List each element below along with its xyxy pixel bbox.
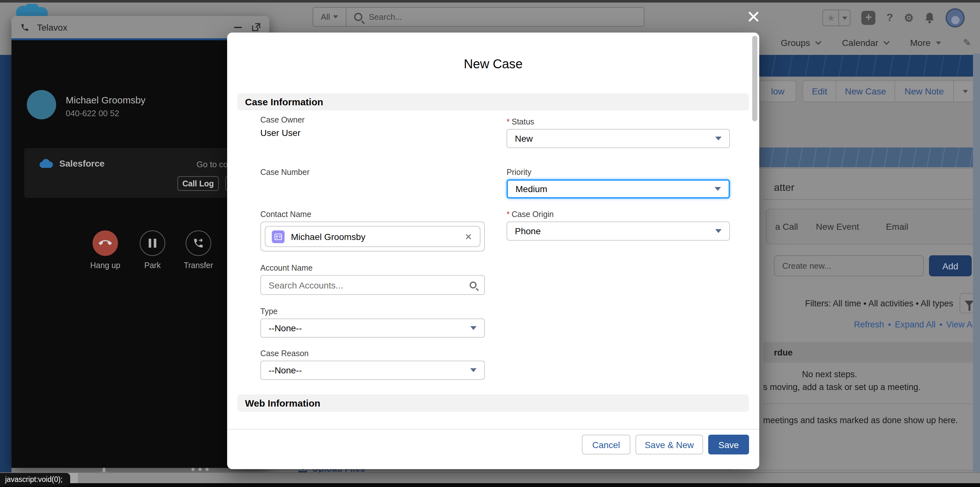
tab-new-event[interactable]: New Event (816, 221, 859, 232)
view-all-link[interactable]: View All (946, 320, 976, 329)
call-log-button[interactable]: Call Log (177, 176, 219, 191)
priority-label: Priority (507, 168, 531, 177)
contact-name-label: Contact Name (260, 210, 311, 219)
setup-gear-icon[interactable]: ⚙ (904, 11, 914, 25)
divider (763, 199, 978, 200)
divider (230, 470, 759, 470)
case-owner-label: Case Owner (260, 116, 305, 124)
expand-all-link[interactable]: Expand All (895, 320, 935, 329)
create-new-placeholder: Create new... (782, 261, 831, 271)
contact-name-combobox[interactable]: Michael Groomsby ✕ (260, 221, 485, 251)
header-actions: ★ + ? ⚙ (823, 8, 965, 27)
caller-avatar (27, 90, 56, 119)
quick-create-button[interactable]: + (862, 11, 876, 25)
create-new-input[interactable]: Create new... (774, 255, 924, 276)
contact-pill-name: Michael Groomsby (291, 231, 365, 242)
chevron-down-icon (333, 15, 338, 19)
case-origin-label: *Case Origin (507, 210, 554, 219)
utility-bar (0, 472, 980, 483)
status-url-tooltip: javascript:void(0); (0, 473, 70, 486)
edit-button[interactable]: Edit (803, 80, 836, 102)
overdue-section-header[interactable]: rdue (763, 342, 974, 363)
search-icon (354, 13, 363, 21)
account-search-input[interactable]: Search Accounts... (260, 275, 485, 295)
tab-groups[interactable]: Groups (781, 38, 821, 48)
telavox-title: Telavox (37, 22, 67, 32)
edit-nav-pencil-icon[interactable]: ✎ (963, 37, 971, 48)
transfer-button[interactable] (186, 231, 211, 256)
account-name-label: Account Name (260, 264, 313, 272)
past-activity-text: meetings and tasks marked as done show u… (763, 415, 958, 425)
minimize-icon[interactable] (234, 27, 242, 28)
follow-button[interactable]: low (759, 80, 796, 102)
global-search[interactable]: All Search... (313, 7, 644, 27)
status-label: *Status (507, 118, 535, 126)
transfer-label: Transfer (173, 261, 224, 270)
object-tabs: Groups Calendar More ✎ (781, 37, 971, 48)
record-action-group: Edit New Case New Note (803, 80, 977, 102)
popout-icon[interactable] (252, 23, 260, 31)
contact-icon (272, 230, 285, 243)
hang-up-button[interactable] (92, 231, 118, 256)
tab-log-a-call[interactable]: a Call (775, 221, 798, 232)
save-and-new-button[interactable]: Save & New (635, 434, 703, 454)
case-reason-select[interactable]: --None-- (260, 361, 485, 380)
cancel-button[interactable]: Cancel (582, 434, 630, 454)
new-note-button[interactable]: New Note (894, 80, 953, 102)
star-icon[interactable]: ★ (823, 10, 839, 25)
case-owner-value: User User (260, 128, 301, 138)
add-button[interactable]: Add (929, 255, 972, 276)
case-origin-select[interactable]: Phone (507, 221, 730, 240)
funnel-icon (965, 300, 974, 306)
new-case-button[interactable]: New Case (836, 80, 894, 102)
section-case-information: Case Information (237, 93, 749, 110)
park-button[interactable] (140, 231, 165, 256)
search-placeholder: Search... (369, 12, 402, 22)
status-select[interactable]: New (507, 129, 730, 148)
priority-select[interactable]: Medium (507, 179, 730, 199)
type-label: Type (260, 307, 278, 316)
contact-pill[interactable]: Michael Groomsby ✕ (265, 226, 480, 247)
case-reason-label: Case Reason (260, 349, 309, 358)
tab-email[interactable]: Email (886, 221, 908, 232)
tab-calendar[interactable]: Calendar (842, 38, 888, 48)
remove-contact-icon[interactable]: ✕ (465, 231, 472, 242)
save-button[interactable]: Save (708, 434, 749, 454)
divider (763, 403, 978, 404)
search-scope-selector[interactable]: All (313, 8, 347, 26)
hang-up-label: Hang up (80, 261, 131, 270)
chevron-down-icon (883, 38, 889, 45)
tab-more[interactable]: More (910, 38, 942, 48)
caret-down-icon (715, 137, 722, 140)
type-select[interactable]: --None-- (260, 318, 485, 337)
park-label: Park (127, 261, 178, 270)
activity-links: Refresh • Expand All • View All (836, 320, 976, 329)
caller-name: Michael Groomsby (66, 94, 145, 105)
user-avatar[interactable] (945, 8, 965, 27)
page-scrollbar[interactable] (973, 54, 980, 483)
search-scope-label: All (321, 12, 330, 22)
search-icon (469, 282, 477, 288)
no-next-steps-text: No next steps. (802, 369, 857, 379)
favorites-button[interactable]: ★ (823, 10, 851, 26)
modal-title: New Case (227, 57, 759, 72)
help-button[interactable]: ? (886, 11, 893, 24)
notifications-bell-icon[interactable] (924, 12, 935, 24)
screen: All Search... ★ + ? ⚙ Groups Calendar Mo… (0, 0, 980, 487)
modal-scrollbar[interactable] (752, 36, 757, 121)
page-background-left (0, 55, 11, 472)
caller-number: 040-622 00 52 (66, 108, 119, 118)
caret-down-icon (470, 326, 477, 330)
modal-close-button[interactable]: ✕ (744, 6, 763, 28)
account-search-placeholder: Search Accounts... (269, 280, 343, 290)
chevron-down-icon (842, 16, 847, 19)
integration-name: Salesforce (59, 158, 105, 169)
caret-down-icon (963, 90, 968, 93)
activity-filters-summary: Filters: All time • All activities • All… (805, 299, 953, 308)
refresh-link[interactable]: Refresh (854, 320, 884, 329)
window-bottom-edge (0, 483, 980, 487)
caret-down-icon (470, 368, 477, 372)
phone-icon (21, 23, 29, 32)
next-steps-hint-text: s moving, add a task or set up a meeting… (763, 382, 921, 392)
favorites-dropdown[interactable] (839, 10, 850, 25)
